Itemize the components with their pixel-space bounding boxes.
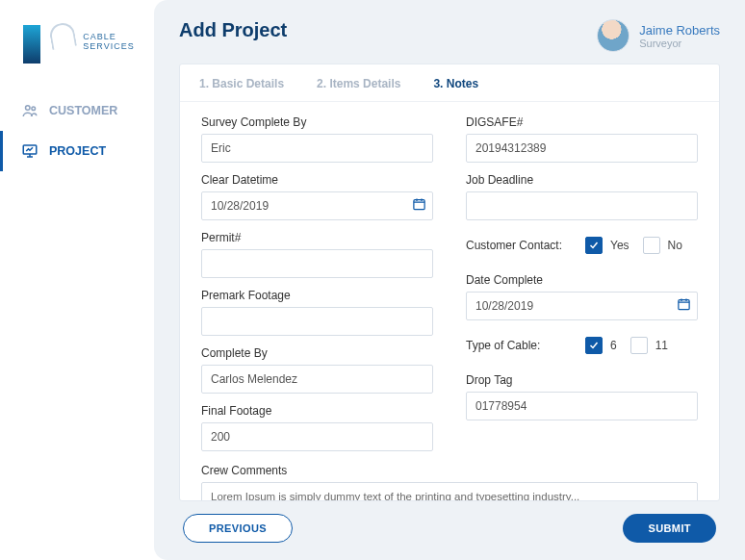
sidebar-item-customer[interactable]: CUSTOMER [0,90,154,131]
label-job-deadline: Job Deadline [466,173,698,187]
form-card: 1. Basic Details 2. Items Details 3. Not… [179,64,720,501]
final-footage-input[interactable] [201,422,433,451]
customer-contact-yes-checkbox[interactable] [585,237,603,254]
label-final-footage: Final Footage [201,404,433,418]
sidebar-item-label: PROJECT [49,144,106,158]
tabs: 1. Basic Details 2. Items Details 3. Not… [180,64,719,102]
survey-complete-by-input[interactable] [201,134,433,163]
crew-comments-textarea[interactable] [201,482,698,500]
page-title: Add Project [179,19,287,41]
checkbox-label-yes: Yes [610,239,629,252]
sidebar-item-project[interactable]: PROJECT [0,131,154,171]
tab-notes[interactable]: 3. Notes [433,77,478,90]
checkbox-label-11: 11 [655,339,668,352]
label-premark-footage: Premark Footage [201,289,433,302]
clear-datetime-input[interactable] [201,191,433,220]
tab-items-details[interactable]: 2. Items Details [317,77,400,90]
main-panel: Add Project Jaime Roberts Surveyor 1. Ba… [154,0,745,560]
avatar [597,19,629,52]
label-permit: Permit# [201,231,433,244]
brand-logo: CABLESERVICES [0,21,154,90]
complete-by-input[interactable] [201,365,433,394]
svg-point-0 [26,106,31,111]
job-deadline-input[interactable] [466,191,698,220]
tab-basic-details[interactable]: 1. Basic Details [199,77,284,90]
label-drop-tag: Drop Tag [466,373,698,387]
digsafe-input[interactable] [466,134,698,163]
user-name: Jaime Roberts [639,23,720,38]
label-digsafe: DIGSAFE# [466,115,698,129]
sidebar-item-label: CUSTOMER [49,104,117,117]
cable-type-11-checkbox[interactable] [630,337,648,354]
cable-type-6-checkbox[interactable] [585,337,603,354]
label-clear-datetime: Clear Datetime [201,173,433,187]
svg-point-1 [32,107,36,111]
drop-tag-input[interactable] [466,392,698,420]
label-survey-complete-by: Survey Complete By [201,115,433,129]
logo-text: CABLESERVICES [83,33,134,52]
customer-contact-no-checkbox[interactable] [643,237,660,254]
label-type-of-cable: Type of Cable: [466,339,572,352]
date-complete-input[interactable] [466,292,698,320]
user-role: Surveyor [639,38,720,49]
label-date-complete: Date Complete [466,273,698,287]
premark-footage-input[interactable] [201,307,433,336]
checkbox-label-6: 6 [610,339,617,352]
user-chip[interactable]: Jaime Roberts Surveyor [597,19,720,52]
label-complete-by: Complete By [201,346,433,360]
logo-mark [19,21,77,64]
checkbox-label-no: No [668,239,682,252]
permit-input[interactable] [201,249,433,278]
sidebar: CABLESERVICES CUSTOMER PROJECT [0,0,154,560]
previous-button[interactable]: PREVIOUS [183,514,293,543]
presentation-icon [20,141,39,161]
users-icon [20,101,39,120]
label-customer-contact: Customer Contact: [466,239,572,252]
submit-button[interactable]: SUBMIT [623,514,716,543]
label-crew-comments: Crew Comments [201,464,698,477]
